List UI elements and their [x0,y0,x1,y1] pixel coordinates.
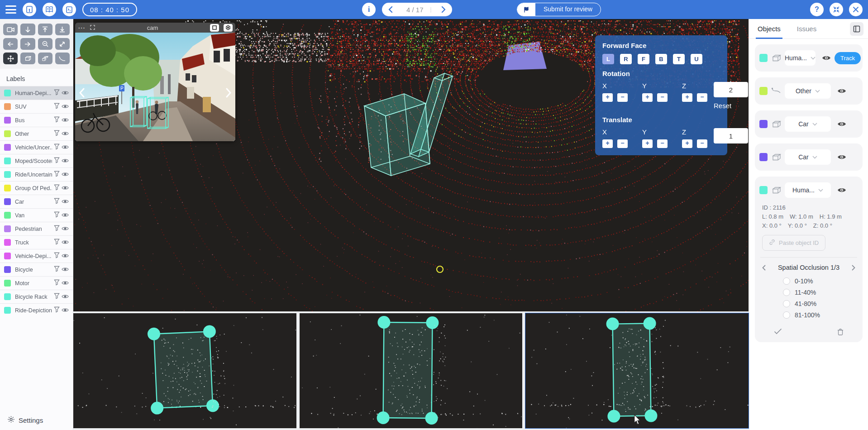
translate-z-minus-button[interactable]: − [697,139,707,148]
ortho-view-top[interactable] [73,313,296,428]
camera-prev-icon[interactable] [79,88,85,100]
filter-icon[interactable] [54,211,60,220]
visibility-icon[interactable] [62,143,69,152]
zoom-out-tool-button[interactable] [38,38,52,50]
filter-icon[interactable] [54,143,60,152]
more-options-icon[interactable]: ⋯ [78,24,86,32]
visibility-icon[interactable] [62,103,69,111]
label-row[interactable]: Bicycle Rack [0,290,73,303]
filter-icon[interactable] [54,103,60,111]
camera-next-icon[interactable] [225,88,232,100]
curve-tool-button[interactable] [55,53,70,64]
object-class-dropdown[interactable]: Other [785,83,831,99]
label-row[interactable]: Bus [0,113,73,127]
visibility-icon[interactable] [62,306,69,315]
object-card[interactable]: Car [755,110,863,138]
translate-y-minus-button[interactable]: − [657,139,668,148]
translate-y-plus-button[interactable]: + [642,139,653,148]
occlusion-radio[interactable]: 11-40% [783,289,858,296]
filter-icon[interactable] [54,239,60,247]
visibility-icon[interactable] [62,225,69,233]
visibility-icon[interactable] [62,198,69,206]
face-button-u[interactable]: U [691,54,702,64]
frame-options-icon[interactable]: ⋮ [428,6,438,13]
filter-icon[interactable] [54,306,60,315]
arrow-right-tool-button[interactable] [20,38,35,50]
label-row[interactable]: Group Of Ped... [0,181,73,195]
ortho-view-side[interactable] [525,313,749,428]
translate-step-input[interactable] [714,128,748,143]
close-icon[interactable] [849,3,863,16]
rotation-x-plus-button[interactable]: + [602,93,613,102]
radio-icon[interactable] [783,277,790,285]
rotation-z-minus-button[interactable]: − [697,93,707,102]
filter-icon[interactable] [54,116,60,124]
rotation-x-minus-button[interactable]: − [617,93,628,102]
visibility-icon[interactable] [62,293,69,301]
arrow-up-to-line-tool-button[interactable] [38,24,52,35]
label-row[interactable]: Van [0,208,73,222]
label-row[interactable]: Vehicle/Uncer... [0,140,73,154]
book-icon[interactable] [43,3,56,16]
translate-z-plus-button[interactable]: + [682,139,692,148]
script-icon[interactable] [23,3,36,16]
translate-x-plus-button[interactable]: + [602,139,613,148]
label-row[interactable]: Car [0,195,73,208]
projection-icon[interactable] [224,24,233,32]
object-class-dropdown[interactable]: Huma... [785,50,816,66]
resize-diagonal-tool-button[interactable] [55,38,70,50]
expand-icon[interactable] [90,24,95,32]
occlusion-prev-icon[interactable] [762,265,766,271]
occlusion-radio[interactable]: 81-100% [783,311,858,319]
filter-icon[interactable] [54,130,60,138]
object-class-dropdown[interactable]: Huma... [785,182,831,198]
object-visibility-icon[interactable] [837,88,846,94]
paste-object-id-button[interactable]: Paste object ID [762,235,825,251]
object-card[interactable]: Other [755,77,863,105]
radio-icon[interactable] [783,311,790,319]
info-icon[interactable]: i [362,3,376,16]
next-frame-button[interactable] [438,4,449,15]
label-row[interactable]: Motor [0,276,73,290]
visibility-icon[interactable] [62,239,69,247]
visibility-icon[interactable] [62,130,69,138]
filter-icon[interactable] [54,157,60,165]
submit-for-review-button[interactable]: Submit for review [517,3,601,16]
label-row[interactable]: Bicycle [0,263,73,276]
visibility-icon[interactable] [62,211,69,220]
face-button-r[interactable]: R [620,54,632,64]
radio-icon[interactable] [783,289,790,296]
object-visibility-icon[interactable] [837,121,846,127]
object-card[interactable]: Huma...Track [755,44,863,72]
arrow-down-tool-button[interactable] [20,24,35,35]
terminal-icon[interactable] [62,3,76,16]
label-row[interactable]: Truck [0,235,73,249]
label-row[interactable]: Ride-Depiction [0,303,73,317]
settings-button[interactable]: Settings [7,416,43,425]
visibility-icon[interactable] [62,266,69,274]
cube-tool-button[interactable] [20,53,35,64]
move-tool-button[interactable] [3,53,18,64]
visibility-icon[interactable] [62,116,69,124]
camera-tool-button[interactable] [3,24,18,35]
radio-icon[interactable] [783,300,790,307]
label-row[interactable]: Human-Depi... [0,86,73,100]
menu-icon[interactable] [5,5,16,14]
prev-frame-button[interactable] [385,4,396,15]
pointcloud-3d-view[interactable]: ⋯ cam [73,19,749,311]
occlusion-radio[interactable]: 41-80% [783,300,858,307]
filter-icon[interactable] [54,252,60,260]
occlusion-radio[interactable]: 0-10% [783,277,858,285]
face-button-l[interactable]: L [602,54,614,64]
occlusion-next-icon[interactable] [852,265,855,271]
visibility-icon[interactable] [62,252,69,260]
visibility-icon[interactable] [62,184,69,192]
visibility-icon[interactable] [62,279,69,287]
visibility-icon[interactable] [62,171,69,179]
fit-view-icon[interactable] [210,24,219,32]
tab-objects[interactable]: Objects [758,19,781,39]
help-icon[interactable]: ? [810,3,824,16]
rotation-step-input[interactable] [714,82,748,97]
filter-icon[interactable] [54,89,60,97]
tab-issues[interactable]: Issues [797,19,816,39]
